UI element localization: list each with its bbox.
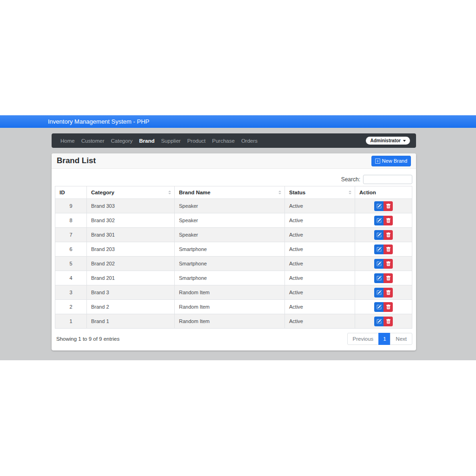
sort-icon	[278, 191, 281, 194]
nav-item-customer[interactable]: Customer	[78, 138, 108, 144]
nav-item-product[interactable]: Product	[184, 138, 209, 144]
column-header-status[interactable]: Status	[285, 186, 355, 199]
table-row: 4 Brand 201 Smartphone Active	[55, 271, 412, 285]
app-title: Inventory Management System - PHP	[48, 118, 149, 125]
cell-id: 4	[55, 271, 87, 285]
delete-button[interactable]	[383, 288, 393, 298]
table-row: 8 Brand 302 Speaker Active	[55, 213, 412, 228]
edit-button[interactable]	[374, 259, 383, 269]
delete-button[interactable]	[383, 216, 393, 225]
table-footer: Showing 1 to 9 of 9 entries Previous1Nex…	[55, 333, 412, 345]
cell-category: Brand 303	[87, 199, 175, 213]
cell-brand-name: Random Item	[175, 300, 285, 314]
table-body: 9 Brand 303 Speaker Active 8 Brand 302 S…	[55, 199, 412, 329]
edit-button[interactable]	[374, 201, 383, 211]
cell-action	[355, 242, 412, 257]
table-row: 5 Brand 202 Smartphone Active	[55, 257, 412, 271]
action-button-group	[374, 302, 393, 312]
card-header: Brand List New Brand	[52, 153, 416, 169]
nav-item-category[interactable]: Category	[108, 138, 136, 144]
column-header-brand-name[interactable]: Brand Name	[175, 186, 285, 199]
table-row: 3 Brand 3 Random Item Active	[55, 285, 412, 300]
cell-id: 3	[55, 285, 87, 300]
cell-status: Active	[285, 285, 355, 300]
edit-button[interactable]	[374, 216, 383, 225]
pencil-square-icon	[377, 218, 382, 223]
administrator-dropdown[interactable]: Administrator	[366, 137, 410, 145]
page-item-1[interactable]: 1	[378, 333, 390, 345]
page-item-next[interactable]: Next	[390, 333, 412, 345]
cell-brand-name: Smartphone	[175, 257, 285, 271]
cell-category: Brand 3	[87, 285, 175, 300]
cell-status: Active	[285, 300, 355, 314]
cell-brand-name: Smartphone	[175, 242, 285, 257]
column-header-id: ID	[55, 186, 87, 199]
edit-button[interactable]	[374, 302, 383, 312]
nav-links: HomeCustomerCategoryBrandSupplierProduct…	[57, 138, 261, 144]
cell-status: Active	[285, 314, 355, 329]
edit-button[interactable]	[374, 245, 383, 254]
edit-button[interactable]	[374, 317, 383, 326]
search-label: Search:	[341, 176, 360, 183]
pencil-square-icon	[377, 261, 382, 266]
delete-button[interactable]	[383, 273, 393, 283]
cell-brand-name: Random Item	[175, 314, 285, 329]
cell-status: Active	[285, 213, 355, 228]
column-header-action: Action	[355, 186, 412, 199]
trash-icon	[386, 319, 391, 324]
cell-action	[355, 228, 412, 242]
table-header-row: ID Category Brand Name Status Action	[55, 186, 412, 199]
delete-button[interactable]	[383, 230, 393, 240]
action-button-group	[374, 317, 393, 326]
cell-category: Brand 202	[87, 257, 175, 271]
cell-status: Active	[285, 271, 355, 285]
nav-item-brand[interactable]: Brand	[136, 138, 158, 144]
table-row: 7 Brand 301 Speaker Active	[55, 228, 412, 242]
nav-item-purchase[interactable]: Purchase	[209, 138, 238, 144]
nav-item-home[interactable]: Home	[57, 138, 78, 144]
cell-status: Active	[285, 228, 355, 242]
column-header-category[interactable]: Category	[87, 186, 175, 199]
plus-square-icon	[375, 159, 380, 164]
sort-icon	[349, 191, 351, 194]
cell-brand-name: Speaker	[175, 228, 285, 242]
cell-id: 9	[55, 199, 87, 213]
nav-item-orders[interactable]: Orders	[238, 138, 261, 144]
delete-button[interactable]	[383, 245, 393, 254]
cell-action	[355, 285, 412, 300]
trash-icon	[386, 232, 391, 238]
cell-status: Active	[285, 242, 355, 257]
new-brand-button[interactable]: New Brand	[371, 156, 411, 166]
trash-icon	[386, 261, 391, 266]
table-row: 2 Brand 2 Random Item Active	[55, 300, 412, 314]
action-button-group	[374, 259, 393, 269]
main-background: HomeCustomerCategoryBrandSupplierProduct…	[0, 128, 476, 360]
delete-button[interactable]	[383, 201, 393, 211]
entries-info: Showing 1 to 9 of 9 entries	[55, 333, 119, 342]
edit-button[interactable]	[374, 288, 383, 298]
content-container: HomeCustomerCategoryBrandSupplierProduct…	[52, 133, 416, 350]
cell-id: 6	[55, 242, 87, 257]
delete-button[interactable]	[383, 302, 393, 312]
card-body: Search: ID Category Brand Name	[52, 169, 416, 350]
cell-category: Brand 201	[87, 271, 175, 285]
search-input[interactable]	[363, 175, 412, 184]
delete-button[interactable]	[383, 317, 393, 326]
cell-action	[355, 257, 412, 271]
cell-brand-name: Smartphone	[175, 271, 285, 285]
table-row: 6 Brand 203 Smartphone Active	[55, 242, 412, 257]
action-button-group	[374, 288, 393, 298]
cell-brand-name: Speaker	[175, 213, 285, 228]
edit-button[interactable]	[374, 230, 383, 240]
cell-action	[355, 271, 412, 285]
delete-button[interactable]	[383, 259, 393, 269]
nav-item-supplier[interactable]: Supplier	[158, 138, 184, 144]
cell-brand-name: Speaker	[175, 199, 285, 213]
brand-table: ID Category Brand Name Status Action 9 B…	[55, 186, 412, 329]
cell-action	[355, 314, 412, 329]
page-item-previous[interactable]: Previous	[347, 333, 379, 345]
page-title: Brand List	[57, 156, 96, 165]
edit-button[interactable]	[374, 273, 383, 283]
trash-icon	[386, 276, 391, 281]
trash-icon	[386, 218, 391, 223]
